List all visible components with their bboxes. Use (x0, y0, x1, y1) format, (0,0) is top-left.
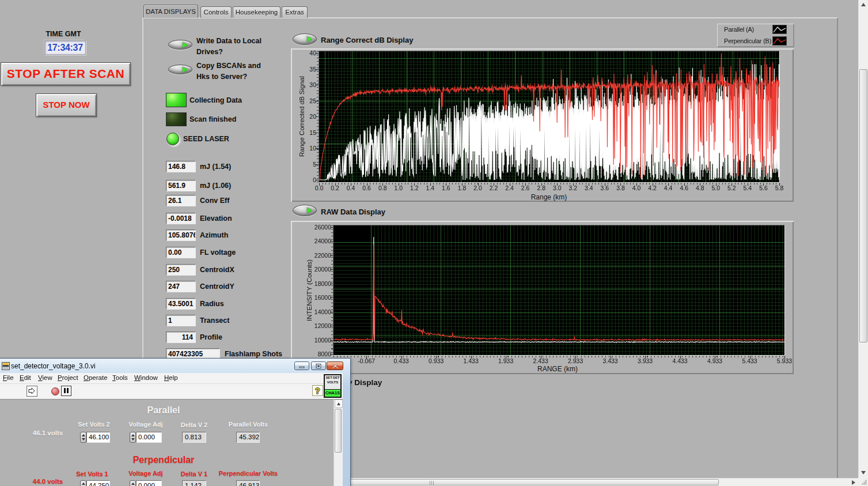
delta-v2-indicator: 0.813 (182, 432, 206, 443)
menu-item-file[interactable]: File (3, 374, 14, 381)
scroll-up-icon[interactable] (861, 3, 866, 6)
vi-icon-text-top: SET DET (325, 376, 340, 379)
maximize-button[interactable] (311, 361, 326, 370)
close-button[interactable] (327, 361, 343, 370)
menu-item-window[interactable]: Window (134, 374, 158, 381)
abort-button[interactable] (51, 387, 59, 395)
vi-icon-text-mid: VOLTS (325, 380, 340, 384)
vi-toolbar: ? (0, 385, 343, 400)
perpendicular-volts-label: Perpendicular Volts (211, 470, 286, 477)
menu-item-view[interactable]: View (38, 374, 52, 381)
time-gmt-display: 17:34:37 (44, 40, 86, 55)
voltage-adj-label: Voltage Adj (123, 421, 169, 428)
set-volts-2-input[interactable]: 46.100 (86, 432, 110, 443)
switch-arrow-icon (307, 208, 312, 213)
run-button[interactable] (26, 386, 37, 397)
delta-v1-label: Delta V 1 (171, 470, 217, 477)
perpendicular-volts-indicator: 46.913 (236, 480, 260, 486)
legend-parallel-label: Parallel (A) (724, 26, 754, 33)
run-arrow-icon (28, 387, 35, 394)
context-help-button[interactable]: ? (312, 385, 323, 396)
scroll-down-icon[interactable] (861, 471, 866, 474)
delta-v1-indicator: 1.142 (182, 480, 206, 486)
time-gmt-label: TIME GMT (35, 30, 92, 38)
voltage-adj-1-input[interactable]: 0.000 (136, 480, 162, 486)
vertical-scrollbar-thumb[interactable] (859, 69, 867, 342)
minimize-icon (300, 367, 305, 368)
range-correct-display-switch[interactable] (293, 33, 317, 45)
perpendicular-zigzag-icon (773, 37, 786, 45)
stop-now-button[interactable]: STOP NOW (36, 93, 97, 117)
parallel-zigzag-icon (773, 25, 786, 33)
tab-extras[interactable]: Extras (282, 6, 308, 18)
delta-v2-label: Delta V 2 (171, 421, 217, 428)
tab-data-displays[interactable]: DATA DISPLAYS (143, 5, 198, 18)
resize-grip-dots-icon (862, 480, 867, 485)
main-vertical-scrollbar[interactable] (858, 0, 868, 478)
vi-window-icon (2, 362, 10, 370)
vi-scroll-up-button[interactable] (335, 400, 343, 408)
set-volts-2-spinner[interactable] (80, 432, 86, 443)
perpendicular-volts-side-label: 44.0 volts (16, 478, 79, 485)
parallel-heading: Parallel (0, 405, 328, 416)
close-icon (332, 363, 338, 368)
scrollbar-grip-icon (430, 481, 435, 485)
maximize-icon (316, 364, 321, 368)
vi-scrollbar-thumb[interactable] (335, 409, 342, 453)
menu-item-help[interactable]: Help (164, 374, 178, 381)
tab-housekeeping[interactable]: Housekeeping (233, 6, 281, 18)
voltage-adj-input[interactable]: 0.000 (136, 432, 162, 443)
parallel-volts-label: Parallel Volts (221, 421, 276, 428)
pause-button[interactable] (61, 386, 71, 396)
vi-front-panel: Parallel Set Volts 2 Voltage Adj Delta V… (0, 400, 343, 486)
scroll-right-icon[interactable] (852, 480, 855, 485)
legend-row-perpendicular: Perpendicular (B) (717, 35, 794, 47)
chart1-legend: Parallel (A) Perpendicular (B) (717, 24, 794, 47)
voltage-adj-1-label: Voltage Adj (123, 470, 169, 477)
switch-arrow-icon (307, 36, 312, 42)
set-detector-voltage-window[interactable]: set_detector_voltage_3.0.vi FileEditView… (0, 358, 351, 486)
voltage-adj-spinner[interactable] (130, 432, 136, 443)
perpendicular-heading: Perpendicular (0, 455, 328, 465)
tab-controls[interactable]: Controls (200, 6, 232, 18)
menu-item-edit[interactable]: Edit (20, 374, 31, 381)
legend-perpendicular-label: Perpendicular (B) (724, 37, 771, 44)
legend-parallel-swatch[interactable] (772, 25, 787, 34)
menu-item-project[interactable]: Project (58, 374, 78, 381)
vi-menu-bar: FileEditViewProjectOperateToolsWindowHel… (0, 373, 343, 384)
menu-item-tools[interactable]: Tools (112, 374, 128, 381)
raw-data-display-switch[interactable] (293, 205, 317, 216)
parallel-volts-indicator: 45.392 (236, 432, 260, 443)
minimize-button[interactable] (294, 361, 309, 370)
stop-after-scan-button[interactable]: STOP AFTER SCAN (1, 62, 131, 86)
vi-window-content: FileEditViewProjectOperateToolsWindowHel… (0, 373, 343, 486)
resize-grip[interactable] (858, 478, 868, 486)
scroll-up-icon (337, 402, 340, 405)
legend-row-parallel: Parallel (A) (717, 24, 794, 35)
vi-window-title: set_detector_voltage_3.0.vi (11, 362, 96, 370)
hidden-display-label: y Display (348, 378, 382, 387)
set-volts-2-label: Set Volts 2 (71, 421, 117, 428)
pause-icon (67, 388, 69, 393)
set-volts-1-input[interactable]: 44.250 (86, 480, 110, 486)
vi-icon-text-bottom: CHA1S (325, 389, 340, 397)
set-volts-1-spinner[interactable] (80, 480, 86, 486)
help-icon: ? (315, 386, 320, 395)
legend-perpendicular-swatch[interactable] (772, 36, 787, 46)
menu-item-operate[interactable]: Operate (84, 374, 108, 381)
parallel-volts-side-label: 46.1 volts (16, 430, 79, 436)
set-volts-1-label: Set Volts 1 (69, 470, 115, 477)
vi-vertical-scrollbar[interactable] (333, 400, 343, 486)
pause-icon (64, 388, 66, 393)
voltage-adj-1-spinner[interactable] (130, 480, 136, 486)
vi-icon-pane: SET DET VOLTS CHA1S (324, 374, 342, 398)
